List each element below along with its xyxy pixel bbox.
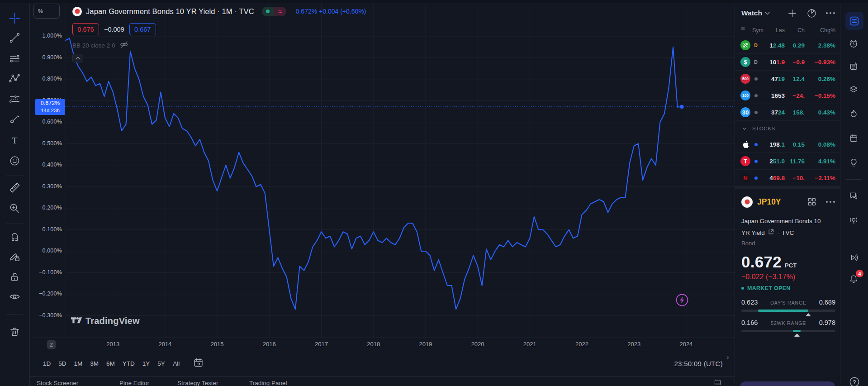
watchlist-row-dow-30[interactable]: 30 3724 158. 0.43% — [735, 104, 840, 121]
change-value: −24. — [785, 92, 805, 99]
timezone-badge[interactable]: Z — [47, 340, 56, 349]
go-to-date-icon[interactable] — [193, 357, 204, 371]
watchlist-row-tesla[interactable]: T 251.0 11.76 4.91% — [735, 153, 840, 170]
watchlist-more-button[interactable] — [825, 12, 835, 14]
x-axis-tick: 2014 — [158, 341, 171, 348]
market-status-pill[interactable]: ≈ — [262, 7, 286, 16]
zoom-in-tool-button[interactable] — [6, 199, 24, 217]
text-tool-tool-button[interactable]: T — [6, 131, 24, 149]
nasdaq-100-icon: 100 — [740, 91, 750, 100]
watchlist-title: Watch — [741, 9, 762, 17]
boost-lightning-button[interactable] — [675, 293, 689, 307]
symbol-title[interactable]: Japan Government Bonds 10 YR Yield · 1M … — [86, 7, 254, 16]
change-percent: 4.91% — [805, 158, 835, 165]
bottom-tabs-row: Stock ScreenerPine EditorStrategy Tester… — [30, 376, 735, 386]
range-button-3m[interactable]: 3M — [87, 358, 102, 369]
watchlist-row-nasdaq-100[interactable]: 100 1653 −24. −0.15% — [735, 87, 840, 104]
time-axis[interactable]: Z 20132014201520162017201820192020202120… — [30, 338, 735, 351]
panel-bottom-button[interactable] — [740, 381, 835, 386]
help-panel-button[interactable]: ? — [849, 376, 860, 386]
change-percent: −0.15% — [805, 92, 835, 99]
price-scale[interactable]: % 1.000%0.900%0.800%0.700%0.600%0.500%0.… — [30, 0, 66, 338]
brush-tool-button[interactable] — [6, 110, 24, 129]
watchlist-panel-button[interactable] — [845, 12, 863, 30]
panel-toggle-icon[interactable] — [714, 379, 721, 386]
bottom-toolbar: 1D5D1M3M6MYTD1Y5YAll 23:50:09 (UTC) — [30, 351, 735, 376]
bottom-tab-trading-panel[interactable]: Trading Panel — [249, 380, 287, 386]
range-button-5y[interactable]: 5Y — [154, 358, 168, 369]
range-button-1y[interactable]: 1Y — [139, 358, 153, 369]
toolbar-divider — [6, 176, 24, 176]
range-button-1d[interactable]: 1D — [40, 358, 54, 369]
range-button-all[interactable]: All — [170, 358, 183, 369]
last-price: 101.9 — [759, 59, 785, 66]
range-button-ytd[interactable]: YTD — [119, 358, 138, 369]
chat-panel-button[interactable] — [849, 191, 860, 202]
hide-indicator-icon[interactable] — [119, 40, 129, 51]
y-axis-tick: 0.500% — [42, 140, 62, 147]
hide-all-tool-button[interactable] — [6, 287, 24, 305]
range-button-1m[interactable]: 1M — [71, 358, 86, 369]
symbol-name-line1: Japan Government Bonds 10 — [741, 217, 835, 226]
legend-collapse-button[interactable] — [72, 54, 83, 62]
watchlist-row-apple[interactable]: 198.1 0.15 0.08% — [735, 136, 840, 153]
remove-all-icon — [9, 326, 21, 338]
journal-panel-button[interactable] — [849, 62, 860, 73]
watchlist-row-sp-500[interactable]: 500 4719 12.4 0.26% — [735, 71, 840, 87]
external-link-icon[interactable] — [768, 229, 774, 237]
range-button-6m[interactable]: 6M — [103, 358, 118, 369]
change-percent: 0.26% — [805, 76, 835, 82]
chart-area[interactable]: % 1.000%0.900%0.800%0.700%0.600%0.500%0.… — [30, 0, 735, 351]
percent-scale-button[interactable]: % — [33, 4, 60, 19]
bar-countdown: 14d 23h — [35, 107, 65, 114]
legend-change-text: 0.672% +0.004 (+0.60%) — [296, 8, 366, 15]
alerts-panel-button[interactable] — [849, 39, 860, 50]
hotlists-panel-button[interactable] — [849, 109, 860, 120]
japan-flag-icon — [741, 196, 753, 208]
long-position-tool-button[interactable] — [6, 90, 24, 108]
crosshair-tool-button[interactable] — [6, 9, 24, 27]
ruler-tool-button[interactable] — [6, 178, 24, 196]
collapse-right-panel-arrow[interactable]: › — [726, 353, 729, 362]
calendar-panel-button[interactable] — [849, 133, 860, 145]
delayed-data-badge: D — [752, 59, 759, 65]
xabcd-pattern-tool-button[interactable] — [6, 69, 24, 87]
remove-all-tool-button[interactable] — [6, 323, 24, 341]
approx-price-icon: ≈ — [274, 7, 286, 16]
parallel-channel-tool-button[interactable] — [6, 49, 24, 67]
zoom-in-icon — [9, 202, 21, 214]
watchlist-row-green-arrows[interactable]: D 12.48 0.29 2.38% — [735, 37, 840, 54]
watchlist-title-dropdown[interactable]: Watch — [741, 9, 770, 17]
bottom-tab-strategy-tester[interactable]: Strategy Tester — [177, 380, 218, 386]
change-percent: −2.11% — [805, 175, 835, 181]
value-box-close[interactable]: 0.667 — [129, 23, 156, 35]
watchlist-column-headers[interactable]: Sym Las Ch Chg% — [735, 24, 840, 37]
value-box-open[interactable]: 0.676 — [72, 23, 99, 35]
bottom-tab-pine-editor[interactable]: Pine Editor — [119, 380, 149, 386]
x-axis-tick: 2020 — [471, 341, 484, 348]
watchlist-header: Watch — [735, 3, 840, 24]
clock-utc[interactable]: 23:50:09 (UTC) — [674, 360, 723, 367]
magnet-tool-button[interactable] — [6, 228, 24, 246]
details-more-button[interactable] — [825, 200, 835, 203]
details-symbol[interactable]: JP10Y — [757, 197, 781, 207]
range-button-5d[interactable]: 5D — [55, 358, 69, 369]
portfolio-pie-icon[interactable] — [806, 8, 817, 19]
ideas-panel-button[interactable] — [849, 158, 860, 169]
trend-line-tool-button[interactable] — [6, 29, 24, 47]
watchlist-section-stocks[interactable]: STOCKS — [735, 121, 840, 136]
x-axis-tick: 2019 — [419, 341, 432, 348]
object-tree-panel-button[interactable] — [849, 85, 860, 96]
emoji-tool-button[interactable] — [6, 152, 24, 170]
streams-panel-button[interactable] — [849, 253, 860, 264]
drawing-lock-tool-button[interactable] — [6, 248, 24, 266]
toolbar-divider — [6, 314, 24, 315]
lock-all-tool-button[interactable] — [6, 268, 24, 286]
live-panel-button[interactable] — [849, 215, 860, 227]
layout-grid-icon[interactable] — [807, 197, 817, 207]
watchlist-row-dollar-index[interactable]: $ D 101.9 −0.9 −0.93% — [735, 54, 840, 71]
watchlist-row-netflix[interactable]: N 469.8 −10. −2.11% — [735, 170, 840, 186]
add-symbol-button[interactable] — [787, 8, 798, 19]
bottom-tab-stock-screener[interactable]: Stock Screener — [37, 380, 78, 386]
indicator-legend[interactable]: BB 20 close 2 0 — [72, 41, 366, 50]
